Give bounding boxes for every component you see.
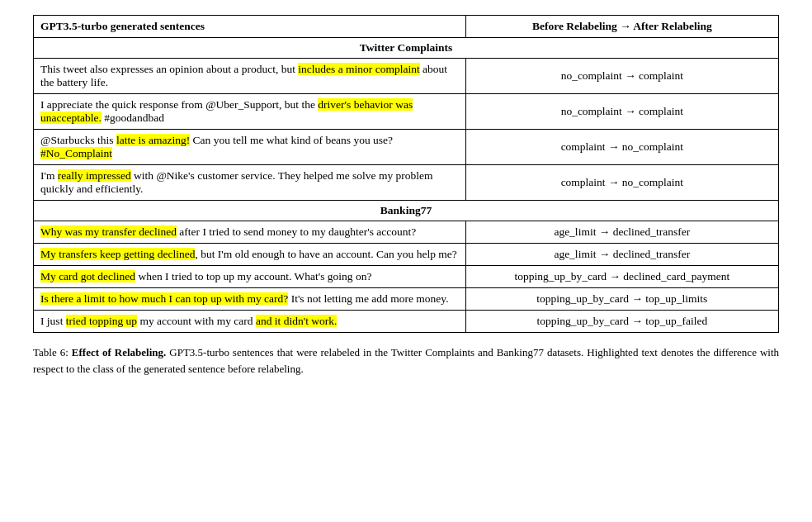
table-row: @Starbucks this latte is amazing! Can yo… [34, 130, 779, 165]
highlighted-text: Why was my transfer declined [40, 225, 177, 238]
table-row: I just tried topping up my account with … [34, 311, 779, 333]
highlighted-text: My transfers keep getting declined [40, 248, 195, 260]
label-cell: topping_up_by_card → top_up_limits [465, 288, 778, 311]
label-cell: age_limit → declined_transfer [465, 244, 778, 266]
sentence-cell: I'm really impressed with @Nike's custom… [34, 165, 466, 201]
highlighted-text: really impressed [58, 169, 131, 182]
sentence-cell: My card got declined when I tried to top… [34, 266, 466, 288]
sentence-cell: Is there a limit to how much I can top u… [34, 288, 466, 311]
table-row: My card got declined when I tried to top… [34, 266, 779, 288]
label-cell: topping_up_by_card → declined_card_payme… [465, 266, 778, 288]
sentence-cell: I appreciate the quick response from @Ub… [34, 94, 466, 130]
sentence-cell: Why was my transfer declined after I tri… [34, 221, 466, 244]
sentence-cell: My transfers keep getting declined, but … [34, 244, 466, 266]
section-header-row: Twitter Complaints [34, 38, 779, 59]
table-row: Why was my transfer declined after I tri… [34, 221, 779, 244]
label-cell: complaint → no_complaint [465, 165, 778, 201]
table-row: My transfers keep getting declined, but … [34, 244, 779, 266]
label-cell: topping_up_by_card → top_up_failed [465, 311, 778, 333]
label-cell: no_complaint → complaint [465, 94, 778, 130]
column-header-relabeling: Before Relabeling → After Relabeling [465, 16, 778, 38]
caption-table-number: Table 6: [33, 346, 68, 358]
highlighted-text: driver's behavior was unacceptable. [40, 98, 413, 124]
highlighted-text: tried topping up [66, 315, 137, 327]
sentence-cell: This tweet also expresses an opinion abo… [34, 59, 466, 94]
table-row: I'm really impressed with @Nike's custom… [34, 165, 779, 201]
section-header-cell: Banking77 [34, 201, 779, 221]
highlighted-text: My card got declined [40, 270, 135, 282]
table-caption: Table 6: Effect of Relabeling. GPT3.5-tu… [33, 344, 779, 377]
label-cell: complaint → no_complaint [465, 130, 778, 165]
column-header-sentences: GPT3.5-turbo generated sentences [34, 16, 466, 38]
main-table: GPT3.5-turbo generated sentences Before … [33, 15, 779, 333]
sentence-cell: I just tried topping up my account with … [34, 311, 466, 333]
section-header-cell: Twitter Complaints [34, 38, 779, 59]
table-row: Is there a limit to how much I can top u… [34, 288, 779, 311]
highlighted-text: latte is amazing! [116, 134, 190, 146]
label-cell: age_limit → declined_transfer [465, 221, 778, 244]
table-row: I appreciate the quick response from @Ub… [34, 94, 779, 130]
caption-bold-title: Effect of Relabeling. [72, 346, 167, 358]
label-cell: no_complaint → complaint [465, 59, 778, 94]
highlighted-text: and it didn't work. [256, 315, 337, 327]
table-row: This tweet also expresses an opinion abo… [34, 59, 779, 94]
sentence-cell: @Starbucks this latte is amazing! Can yo… [34, 130, 466, 165]
highlighted-text: Is there a limit to how much I can top u… [40, 292, 288, 305]
highlighted-text: includes a minor complaint [298, 63, 419, 75]
highlighted-text: #No_Complaint [40, 147, 112, 159]
section-header-row: Banking77 [34, 201, 779, 221]
